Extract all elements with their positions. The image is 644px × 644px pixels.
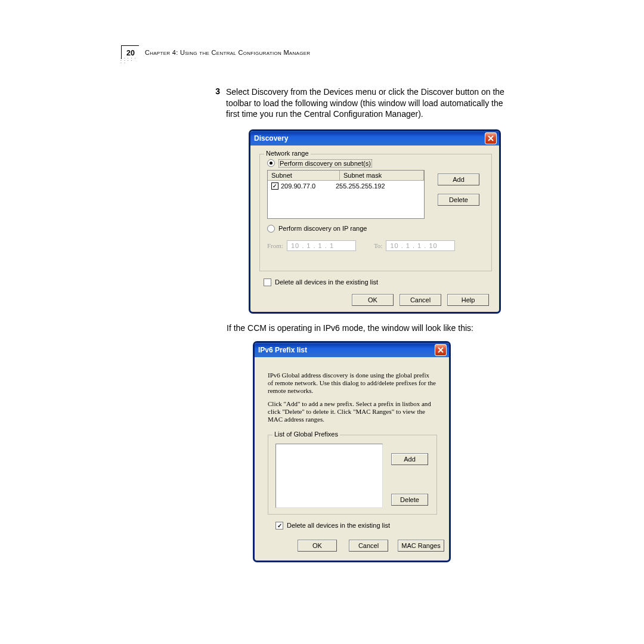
check-icon[interactable]: ✓: [271, 182, 278, 190]
page-header: 20 Chapter 4: Using the Central Configur…: [121, 45, 644, 59]
dialog-title: IPv6 Prefix list: [258, 346, 307, 354]
close-icon[interactable]: [485, 132, 497, 144]
step-text: Select Discovery from the Devices menu o…: [226, 86, 511, 120]
ipv6-prefix-dialog: IPv6 Prefix list IPv6 Global address dis…: [253, 341, 451, 562]
add-button[interactable]: Add: [438, 174, 479, 185]
checkbox-icon: ✓: [275, 522, 283, 530]
delete-button[interactable]: Delete: [438, 194, 479, 206]
radio-on-icon: [267, 159, 275, 167]
table-row[interactable]: ✓ 209.90.77.0 255.255.255.192: [268, 181, 424, 191]
discovery-dialog: Discovery Network range Perform discover…: [249, 129, 501, 314]
checkbox-icon: [264, 278, 271, 286]
info-para-2: Click "Add" to add a new prefix. Select …: [268, 400, 436, 423]
titlebar: Discovery: [250, 131, 499, 145]
group-label: Network range: [264, 150, 311, 157]
subnet-table[interactable]: Subnet Subnet mask ✓ 209.90.77.0 255.255…: [267, 170, 425, 219]
decorative-dots: · · · · ·· · · ·· ·: [120, 57, 137, 64]
ok-button[interactable]: OK: [352, 294, 394, 306]
radio-subnets[interactable]: Perform discovery on subnet(s): [267, 159, 372, 168]
ip-from-row: From: 10 . 1 . 1 . 1 To: 10 . 1 . 1 . 10: [267, 240, 455, 251]
help-button[interactable]: Help: [447, 294, 489, 306]
step-number: 3: [212, 86, 220, 120]
delete-all-check[interactable]: ✓ Delete all devices in the existing lis…: [275, 522, 390, 530]
radio-off-icon: [267, 225, 275, 233]
to-input[interactable]: 10 . 1 . 1 . 10: [386, 240, 455, 251]
to-label: To:: [374, 242, 383, 249]
add-button[interactable]: Add: [391, 453, 428, 465]
table-header: Subnet Subnet mask: [268, 171, 424, 181]
radio-ip-range[interactable]: Perform discovery on IP range: [267, 225, 367, 233]
mac-ranges-button[interactable]: MAC Ranges: [398, 540, 444, 552]
titlebar: IPv6 Prefix list: [255, 343, 449, 357]
cancel-button[interactable]: Cancel: [349, 540, 388, 552]
network-range-group: Network range Perform discovery on subne…: [259, 154, 492, 271]
delete-all-check[interactable]: Delete all devices in the existing list: [264, 278, 378, 286]
info-para-1: IPv6 Global address discovery is done us…: [268, 371, 436, 395]
prefixes-group: List of Global Prefixes Add Delete: [268, 435, 437, 515]
prefix-listbox[interactable]: [275, 444, 383, 508]
chapter-title: Chapter 4: Using the Central Configurati…: [145, 49, 311, 56]
col-subnet: Subnet: [268, 171, 340, 180]
delete-button[interactable]: Delete: [391, 494, 428, 506]
dialog-title: Discovery: [254, 134, 288, 143]
col-mask: Subnet mask: [340, 171, 424, 180]
close-icon[interactable]: [435, 344, 447, 356]
mid-text: If the CCM is operating in IPv6 mode, th…: [227, 323, 512, 333]
from-input[interactable]: 10 . 1 . 1 . 1: [287, 240, 356, 251]
ok-button[interactable]: OK: [298, 540, 337, 552]
step-3: 3 Select Discovery from the Devices menu…: [212, 86, 511, 120]
group-label: List of Global Prefixes: [273, 431, 340, 438]
cancel-button[interactable]: Cancel: [400, 294, 441, 306]
from-label: From:: [267, 242, 283, 249]
